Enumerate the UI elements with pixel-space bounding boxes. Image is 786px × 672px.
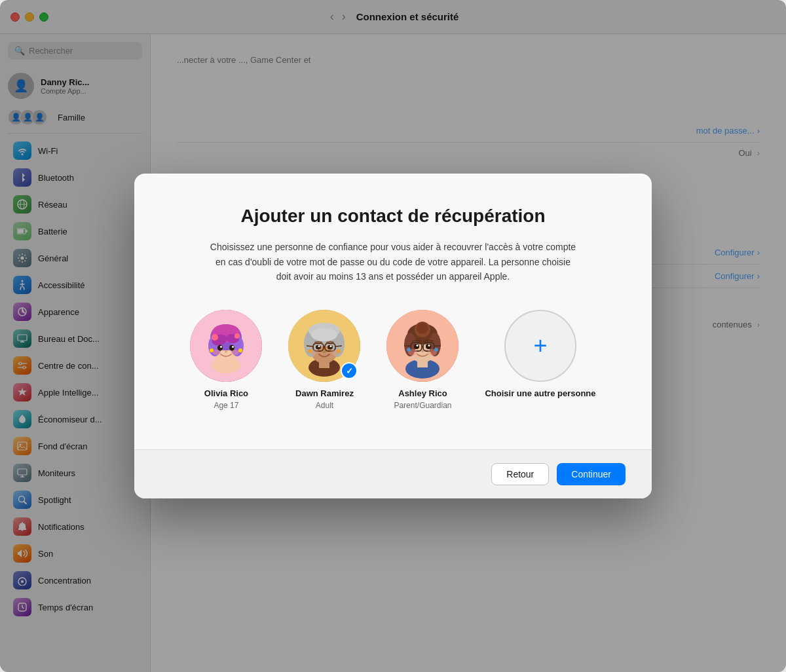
svg-point-45 — [212, 334, 218, 341]
contact-item-ashley[interactable]: Ashley Rico Parent/Guardian — [386, 310, 458, 410]
svg-point-36 — [217, 345, 223, 351]
modal: Ajouter un contact de récupération Chois… — [134, 174, 652, 499]
contact-sub-olivia: Age 17 — [214, 401, 238, 410]
modal-footer: Retour Continuer — [134, 449, 652, 498]
svg-point-81 — [417, 345, 419, 346]
overlay: Ajouter un contact de récupération Chois… — [0, 0, 786, 672]
svg-point-39 — [232, 346, 234, 348]
svg-point-69 — [337, 349, 341, 353]
svg-point-41 — [231, 350, 239, 355]
svg-point-92 — [434, 348, 438, 352]
svg-point-38 — [220, 346, 222, 348]
contact-name-add: Choisir une autre personne — [485, 388, 595, 398]
contact-name-olivia: Olivia Rico — [204, 388, 248, 398]
add-person-icon: + — [533, 332, 547, 360]
svg-point-68 — [308, 349, 312, 353]
contact-avatar-wrap-dawn: ✓ — [288, 310, 360, 382]
contact-avatar-olivia — [190, 310, 262, 382]
modal-body: Ajouter un contact de récupération Chois… — [134, 174, 652, 450]
contact-avatar-wrap-olivia — [190, 310, 262, 382]
svg-point-80 — [426, 344, 431, 349]
svg-point-91 — [407, 348, 411, 352]
svg-point-46 — [234, 333, 240, 339]
svg-point-58 — [318, 345, 320, 347]
modal-description: Choisissez une personne de confiance pou… — [210, 240, 576, 284]
svg-point-65 — [323, 350, 326, 353]
check-badge-dawn: ✓ — [341, 362, 358, 379]
contact-item-dawn[interactable]: ✓ Dawn Ramirez Adult — [288, 310, 360, 410]
contact-item-olivia[interactable]: Olivia Rico Age 17 — [190, 310, 262, 410]
contact-item-add[interactable]: + Choisir une autre personne — [485, 310, 595, 410]
svg-point-88 — [421, 350, 424, 353]
retour-button[interactable]: Retour — [491, 463, 549, 485]
contact-name-dawn: Dawn Ramirez — [295, 388, 354, 398]
svg-point-43 — [210, 348, 214, 352]
svg-point-44 — [238, 348, 242, 352]
contact-avatar-add: + — [504, 310, 576, 382]
contact-avatar-wrap-ashley — [386, 310, 458, 382]
contact-name-ashley: Ashley Rico — [398, 388, 447, 398]
svg-point-79 — [414, 344, 419, 349]
svg-point-42 — [225, 351, 227, 353]
main-window: ‹ › Connexion et sécurité 🔍 Rechercher 👤… — [0, 0, 786, 672]
svg-point-59 — [330, 345, 332, 347]
contact-avatar-ashley — [386, 310, 458, 382]
contact-avatar-wrap-add: + — [504, 310, 576, 382]
svg-point-78 — [417, 322, 428, 334]
svg-line-64 — [335, 346, 342, 346]
contacts-grid: Olivia Rico Age 17 — [174, 310, 612, 410]
contact-sub-dawn: Adult — [316, 401, 333, 410]
modal-title: Ajouter un contact de récupération — [174, 205, 612, 227]
contact-sub-ashley: Parent/Guardian — [394, 401, 451, 410]
svg-point-40 — [213, 350, 221, 355]
continuer-button[interactable]: Continuer — [557, 463, 626, 485]
svg-point-82 — [428, 345, 430, 346]
svg-point-37 — [229, 345, 234, 351]
svg-point-55 — [311, 328, 337, 341]
svg-line-63 — [307, 346, 313, 346]
